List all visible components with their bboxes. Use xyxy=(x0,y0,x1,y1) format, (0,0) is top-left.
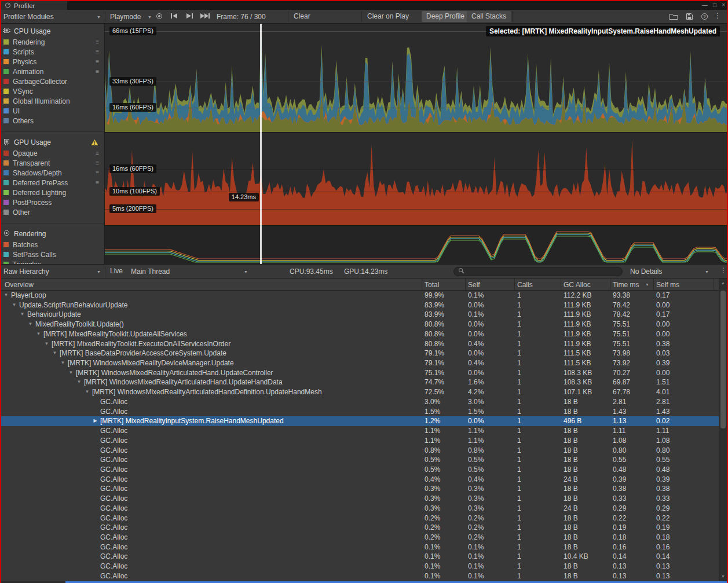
deep-profile-toggle[interactable]: Deep Profile xyxy=(422,11,469,22)
table-row[interactable]: GC.Alloc1.1%1.1%118 B1.081.08 xyxy=(0,436,719,446)
gpu-usage-chart[interactable]: 16ms (60FPS)10ms (100FPS)5ms (200FPS)14.… xyxy=(105,133,728,226)
module-header[interactable]: Rendering xyxy=(0,228,104,240)
drag-handle-icon[interactable]: ≡ xyxy=(96,179,99,186)
save-profile-icon[interactable] xyxy=(686,13,693,20)
table-row[interactable]: GC.Alloc0.5%0.5%118 B0.550.55 xyxy=(0,455,719,465)
table-row[interactable]: GC.Alloc0.2%0.2%118 B0.190.19 xyxy=(0,523,719,533)
search-field[interactable] xyxy=(453,267,623,276)
help-icon[interactable]: ? xyxy=(701,13,708,20)
foldout-expanded-icon[interactable]: ▼ xyxy=(2,291,10,300)
legend-item[interactable]: VSync xyxy=(0,86,104,96)
legend-item[interactable]: PostProcess xyxy=(0,197,104,207)
drag-handle-icon[interactable]: ≡ xyxy=(96,58,99,65)
load-profile-icon[interactable] xyxy=(669,13,678,20)
drag-handle-icon[interactable]: ≡ xyxy=(96,49,99,55)
cpu-usage-chart[interactable]: Selected: [MRTK] MixedRealityInputSystem… xyxy=(105,24,728,133)
legend-item[interactable]: Transparent≡ xyxy=(0,158,104,168)
table-row[interactable]: GC.Alloc0.1%0.1%110.4 KB0.140.14 xyxy=(0,552,719,562)
column-header-self[interactable]: Self xyxy=(468,281,480,289)
legend-item[interactable]: Opaque≡ xyxy=(0,148,104,158)
legend-item[interactable]: Scripts≡ xyxy=(0,47,104,57)
kebab-menu-icon[interactable]: ⋮ xyxy=(720,266,727,274)
clear-on-play-button[interactable]: Clear on Play xyxy=(367,12,409,20)
call-stacks-button[interactable]: Call Stacks xyxy=(467,11,511,22)
table-row[interactable]: GC.Alloc1.5%1.5%118 B1.431.43 xyxy=(0,407,719,417)
legend-item[interactable]: Rendering≡ xyxy=(0,37,104,47)
foldout-expanded-icon[interactable]: ▼ xyxy=(43,339,50,349)
column-header-total[interactable]: Total xyxy=(425,281,439,289)
drag-handle-icon[interactable]: ≡ xyxy=(96,150,99,156)
drag-handle-icon[interactable]: ≡ xyxy=(96,68,99,75)
foldout-expanded-icon[interactable]: ▼ xyxy=(19,310,26,320)
foldout-expanded-icon[interactable]: ▼ xyxy=(83,387,91,397)
table-row[interactable]: GC.Alloc0.3%0.3%124 B0.290.29 xyxy=(0,504,719,514)
scroll-down-icon[interactable]: ▼ xyxy=(719,573,727,581)
legend-item[interactable]: Others xyxy=(0,116,104,126)
table-row[interactable]: ▼PlayerLoop99.9%0.1%1112.2 KB93.380.17 xyxy=(0,291,719,300)
foldout-expanded-icon[interactable]: ▼ xyxy=(27,320,34,329)
table-row[interactable]: GC.Alloc3.0%3.0%118 B2.812.81 xyxy=(0,397,719,407)
table-row[interactable]: GC.Alloc0.8%0.8%118 B0.800.80 xyxy=(0,446,719,456)
table-row[interactable]: GC.Alloc0.2%0.2%118 B0.180.18 xyxy=(0,533,719,542)
table-row[interactable]: ▼BehaviourUpdate83.9%0.1%1111.9 KB78.420… xyxy=(0,310,719,320)
legend-item[interactable]: Batches xyxy=(0,240,104,250)
drag-handle-icon[interactable]: ≡ xyxy=(96,160,99,166)
search-input[interactable] xyxy=(467,268,618,275)
playmode-dropdown[interactable]: Playmode▼ xyxy=(110,12,152,22)
foldout-expanded-icon[interactable]: ▼ xyxy=(67,368,75,378)
vertical-scrollbar-thumb[interactable] xyxy=(720,291,726,428)
scroll-up-icon[interactable]: ▲ xyxy=(719,279,727,287)
drag-handle-icon[interactable]: ≡ xyxy=(96,170,99,176)
close-icon[interactable]: × xyxy=(722,2,725,8)
table-row[interactable]: ▼[MRTK] BaseDataProviderAccessCoreSystem… xyxy=(0,349,719,358)
table-row[interactable]: ▼MixedRealityToolkit.Update()80.8%0.0%11… xyxy=(0,320,719,329)
column-header-overview[interactable]: Overview xyxy=(5,281,34,289)
legend-item[interactable]: UI xyxy=(0,106,104,116)
table-row[interactable]: ▼[MRTK] WindowsMixedRealityArticulatedHa… xyxy=(0,368,719,378)
legend-item[interactable]: Triangles xyxy=(0,259,104,264)
vertical-scrollbar[interactable]: ▲ ▼ xyxy=(719,278,727,581)
maximize-icon[interactable]: □ xyxy=(713,2,716,8)
foldout-expanded-icon[interactable]: ▼ xyxy=(35,329,42,339)
details-view-dropdown[interactable]: No Details▼ xyxy=(630,266,709,277)
legend-item[interactable]: Deferred Lighting xyxy=(0,188,104,197)
legend-item[interactable]: Animation≡ xyxy=(0,67,104,76)
legend-item[interactable]: Global Illumination xyxy=(0,96,104,106)
thread-dropdown[interactable]: Main Thread▼ xyxy=(131,266,248,277)
table-row[interactable]: GC.Alloc0.1%0.1%118 B0.130.13 xyxy=(0,562,719,571)
table-row[interactable]: GC.Alloc1.1%1.1%118 B1.111.11 xyxy=(0,426,719,436)
legend-item[interactable]: Other xyxy=(0,207,104,217)
legend-item[interactable]: Physics≡ xyxy=(0,57,104,67)
module-header[interactable]: GPU Usage xyxy=(0,137,104,148)
kebab-menu-icon[interactable]: ⋮ xyxy=(714,12,721,20)
table-row[interactable]: GC.Alloc0.2%0.2%118 B0.220.22 xyxy=(0,514,719,523)
legend-item[interactable]: SetPass Calls xyxy=(0,250,104,259)
legend-item[interactable]: Deferred PrePass≡ xyxy=(0,178,104,188)
foldout-expanded-icon[interactable]: ▼ xyxy=(10,300,18,310)
drag-handle-icon[interactable]: ≡ xyxy=(96,39,99,45)
column-header-calls[interactable]: Calls xyxy=(517,281,533,289)
table-row[interactable]: ▼[MRTK] WindowsMixedRealityArticulatedHa… xyxy=(0,377,719,387)
profiler-modules-dropdown[interactable]: Profiler Modules▼ xyxy=(3,12,101,22)
table-row[interactable]: ▼Update.ScriptRunBehaviourUpdate83.9%0.0… xyxy=(0,300,719,310)
table-row[interactable]: GC.Alloc0.3%0.3%118 B0.330.33 xyxy=(0,494,719,504)
hierarchy-mode-dropdown[interactable]: Raw Hierarchy▼ xyxy=(3,266,101,277)
profiler-tab[interactable]: Profiler xyxy=(1,1,67,10)
live-toggle[interactable]: Live xyxy=(110,267,123,275)
table-row[interactable]: ▼[MRTK] MixedRealityToolkit.UpdateAllSer… xyxy=(0,329,719,339)
foldout-expanded-icon[interactable]: ▼ xyxy=(75,377,83,387)
table-row[interactable]: ▼[MRTK] MixedRealityToolkit.ExecuteOnAll… xyxy=(0,339,719,349)
foldout-expanded-icon[interactable]: ▼ xyxy=(51,349,58,358)
table-row[interactable]: GC.Alloc0.1%0.1%118 B0.130.13 xyxy=(0,571,719,581)
legend-item[interactable]: Shadows/Depth≡ xyxy=(0,168,104,178)
foldout-expanded-icon[interactable]: ▼ xyxy=(59,358,67,368)
next-frame-icon[interactable] xyxy=(185,13,193,19)
foldout-collapsed-icon[interactable]: ▶ xyxy=(92,416,99,426)
table-row[interactable]: ▶[MRTK] MixedRealityInputSystem.RaiseHan… xyxy=(0,416,719,426)
column-header-time-ms[interactable]: Time ms xyxy=(613,281,639,289)
last-frame-icon[interactable] xyxy=(200,13,210,19)
table-row[interactable]: ▼[MRTK] WindowsMixedRealityDeviceManager… xyxy=(0,358,719,368)
table-row[interactable]: GC.Alloc0.4%0.4%124 B0.390.39 xyxy=(0,475,719,485)
record-icon[interactable] xyxy=(156,13,163,20)
first-frame-icon[interactable] xyxy=(170,13,178,19)
